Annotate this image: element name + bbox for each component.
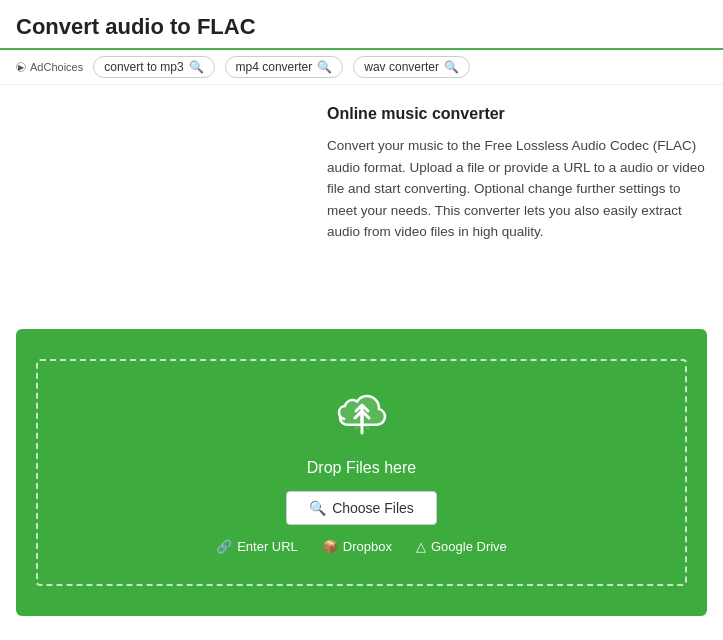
description-block: Online music converter Convert your musi… bbox=[327, 105, 707, 243]
search-icon-2: 🔍 bbox=[317, 60, 332, 74]
enter-url-label: Enter URL bbox=[237, 539, 298, 554]
choose-files-search-icon: 🔍 bbox=[309, 500, 326, 516]
choose-files-button[interactable]: 🔍 Choose Files bbox=[286, 491, 437, 525]
upload-drop-zone[interactable]: Drop Files here 🔍 Choose Files 🔗 Enter U… bbox=[36, 359, 687, 586]
ad-tag-convert-mp3[interactable]: convert to mp3 🔍 bbox=[93, 56, 214, 78]
google-drive-label: Google Drive bbox=[431, 539, 507, 554]
upload-options: 🔗 Enter URL 📦 Dropbox △ Google Drive bbox=[216, 539, 507, 554]
description-title: Online music converter bbox=[327, 105, 707, 123]
enter-url-link[interactable]: 🔗 Enter URL bbox=[216, 539, 298, 554]
ad-choices-label: AdChoices bbox=[30, 61, 83, 73]
ad-choices: ▶ AdChoices bbox=[16, 61, 83, 73]
google-drive-link[interactable]: △ Google Drive bbox=[416, 539, 507, 554]
upload-box[interactable]: Drop Files here 🔍 Choose Files 🔗 Enter U… bbox=[16, 329, 707, 616]
dropbox-icon: 📦 bbox=[322, 539, 338, 554]
page-title: Convert audio to FLAC bbox=[16, 14, 707, 40]
choose-files-label: Choose Files bbox=[332, 500, 414, 516]
ad-tag-wav-converter[interactable]: wav converter 🔍 bbox=[353, 56, 470, 78]
ad-tag-label-1: convert to mp3 bbox=[104, 60, 183, 74]
search-icon-1: 🔍 bbox=[189, 60, 204, 74]
upload-cloud-icon bbox=[334, 391, 390, 445]
page-header: Convert audio to FLAC bbox=[0, 0, 723, 50]
upload-section: Drop Files here 🔍 Choose Files 🔗 Enter U… bbox=[0, 313, 723, 632]
search-icon-3: 🔍 bbox=[444, 60, 459, 74]
dropbox-link[interactable]: 📦 Dropbox bbox=[322, 539, 392, 554]
ad-tag-label-2: mp4 converter bbox=[236, 60, 313, 74]
drop-files-text: Drop Files here bbox=[307, 459, 416, 477]
ad-bar: ▶ AdChoices convert to mp3 🔍 mp4 convert… bbox=[0, 50, 723, 85]
dropbox-label: Dropbox bbox=[343, 539, 392, 554]
ad-choices-icon: ▶ bbox=[16, 62, 26, 72]
ad-tag-mp4-converter[interactable]: mp4 converter 🔍 bbox=[225, 56, 344, 78]
description-body: Convert your music to the Free Lossless … bbox=[327, 135, 707, 243]
google-drive-icon: △ bbox=[416, 539, 426, 554]
ad-tag-label-3: wav converter bbox=[364, 60, 439, 74]
link-icon: 🔗 bbox=[216, 539, 232, 554]
